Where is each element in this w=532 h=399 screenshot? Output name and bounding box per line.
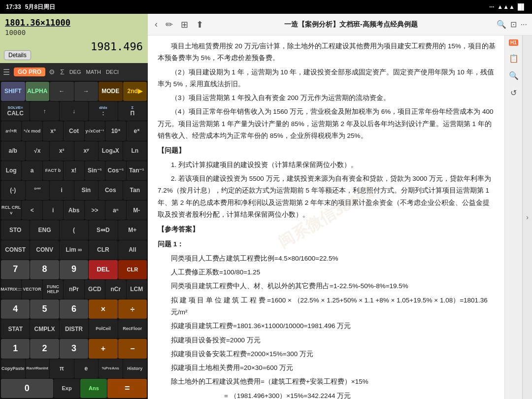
stat-button[interactable]: STAT — [1, 319, 30, 338]
pi-button[interactable]: π — [50, 359, 74, 378]
loga-button[interactable]: LogₐX — [99, 141, 123, 161]
refresh-icon[interactable]: ↺ — [510, 88, 517, 98]
more-icon-button[interactable]: ··· — [521, 20, 527, 29]
three-button[interactable]: 3 — [60, 339, 88, 358]
edit-icon-button[interactable]: ✏ — [164, 17, 175, 32]
menu-icon[interactable]: ☰ — [3, 67, 10, 77]
distr-button[interactable]: DISTR — [60, 319, 88, 338]
deriv-button[interactable]: d/dx : — [89, 101, 117, 121]
sigma-icon[interactable]: Σ — [59, 68, 66, 76]
vector-button[interactable]: VECTOR — [22, 280, 42, 299]
asin-button[interactable]: Sin⁻¹ — [85, 161, 105, 180]
ten-power-button[interactable]: 10ˣ — [105, 121, 126, 140]
solve-calc-button[interactable]: SOLVE= CALC — [1, 101, 30, 121]
exp-button[interactable]: Exp — [54, 379, 80, 398]
del-button[interactable]: DEL — [89, 260, 117, 279]
abs-button[interactable]: Abs — [64, 200, 84, 220]
ncr-button[interactable]: nCr — [105, 280, 126, 299]
dms-button[interactable]: °′″ — [26, 181, 50, 200]
preans-button[interactable]: %PreAns — [99, 359, 123, 378]
tan-button[interactable]: Tan — [123, 181, 147, 200]
up-arrow-button[interactable]: ↑ — [30, 101, 59, 121]
func-help-button[interactable]: FUNC HELP — [43, 280, 63, 299]
four-button[interactable]: 4 — [1, 299, 30, 319]
copypaste-button[interactable]: CopyPaste — [1, 359, 25, 378]
imaginary-button[interactable]: i — [50, 181, 74, 200]
ans-button[interactable]: Ans — [80, 379, 107, 398]
const-button[interactable]: CONST — [1, 240, 30, 260]
seven-button[interactable]: 7 — [1, 260, 30, 279]
cube-root-button[interactable]: ³√x mod — [22, 121, 42, 140]
clr-text-button[interactable]: CLR — [89, 240, 117, 260]
equals-button[interactable]: = — [107, 379, 147, 398]
xy-button[interactable]: xʸ — [74, 141, 99, 161]
lcm-button[interactable]: LCM — [127, 280, 147, 299]
right-arrow-button[interactable]: → — [74, 82, 99, 101]
add-button[interactable]: + — [89, 339, 117, 358]
all-button[interactable]: All — [118, 240, 147, 260]
power-r-button[interactable]: aⁿ/+R — [1, 121, 21, 140]
neg-button[interactable]: (-) — [1, 181, 25, 200]
e-button[interactable]: e — [74, 359, 99, 378]
npr-button[interactable]: nPr — [64, 280, 84, 299]
sqrt-button[interactable]: √x — [26, 141, 50, 161]
polceil-button[interactable]: PolCeil — [89, 319, 117, 338]
sd-button[interactable]: S⇔D — [89, 220, 117, 239]
mode-button[interactable]: MODE — [99, 82, 123, 101]
layers-icon-button[interactable]: ⊞ — [179, 17, 190, 32]
sin-button[interactable]: Sin — [74, 181, 99, 200]
lim-button[interactable]: Lim ∞ — [60, 240, 88, 260]
an-button[interactable]: aⁿ — [105, 200, 126, 220]
left-arrow-button[interactable]: ← — [50, 82, 74, 101]
rr-button[interactable]: >> — [85, 200, 105, 220]
2nd-button[interactable]: 2nd▶ — [123, 82, 147, 101]
clr-button[interactable]: CLR — [118, 260, 147, 279]
mminus-button[interactable]: M- — [127, 200, 147, 220]
bookmark-icon-button[interactable]: ⊡ — [510, 20, 517, 29]
far-right-arrow[interactable]: › — [522, 35, 532, 399]
cot-button[interactable]: Cot — [64, 121, 84, 140]
recfloor-button[interactable]: RecFloor — [118, 319, 147, 338]
search-sidebar-icon[interactable]: 🔍 — [509, 71, 519, 80]
details-button[interactable]: Details — [4, 50, 31, 60]
subtract-button[interactable]: − — [118, 339, 147, 358]
sto-button[interactable]: STO — [1, 220, 30, 239]
ranint-button[interactable]: Ran#RanInt — [26, 359, 50, 378]
back-button[interactable]: ‹ — [153, 17, 160, 32]
one-button[interactable]: 1 — [1, 339, 30, 358]
factorial-button[interactable]: x! — [64, 161, 84, 180]
search-icon-button[interactable]: 🔍 — [497, 20, 506, 29]
lparen-button[interactable]: ( — [60, 220, 88, 239]
cube-button[interactable]: x³ — [43, 121, 63, 140]
gopro-button[interactable]: GO PRO — [14, 67, 45, 76]
a-button[interactable]: a — [22, 161, 42, 180]
cmplx-button[interactable]: CMPLX — [30, 319, 59, 338]
square-button[interactable]: x² — [50, 141, 74, 161]
ln-button[interactable]: Ln — [123, 141, 147, 161]
i2-button[interactable]: i — [43, 200, 63, 220]
h1-label[interactable]: H1 — [509, 39, 518, 46]
eng-button[interactable]: ENG — [30, 220, 59, 239]
shift-button[interactable]: SHIFT — [1, 82, 25, 101]
history-button[interactable]: History — [123, 359, 147, 378]
atan-button[interactable]: Tan⁻¹ — [127, 161, 147, 180]
log-button[interactable]: Log — [1, 161, 21, 180]
gear-icon[interactable]: ⚙ — [47, 68, 57, 76]
gcd-button[interactable]: GCD — [85, 280, 105, 299]
six-button[interactable]: 6 — [60, 299, 88, 319]
two-button[interactable]: 2 — [30, 339, 59, 358]
mplus-button[interactable]: M+ — [118, 220, 147, 239]
nine-button[interactable]: 9 — [60, 260, 88, 279]
sigma-sum-button[interactable]: Σ Π — [118, 101, 147, 121]
zero-button[interactable]: 0 — [1, 379, 53, 398]
multiply-button[interactable]: × — [89, 299, 117, 319]
divide-button[interactable]: ÷ — [118, 299, 147, 319]
matrix-button[interactable]: MATRIX::: — [1, 280, 21, 299]
eight-button[interactable]: 8 — [30, 260, 59, 279]
clipboard-icon[interactable]: 📋 — [509, 54, 519, 63]
fraction-button[interactable]: a/b — [1, 141, 25, 161]
e-power-button[interactable]: eˣ — [127, 121, 147, 140]
conv-button[interactable]: CONV — [30, 240, 59, 260]
share-icon-button[interactable]: ⬆ — [194, 17, 205, 32]
five-button[interactable]: 5 — [30, 299, 59, 319]
